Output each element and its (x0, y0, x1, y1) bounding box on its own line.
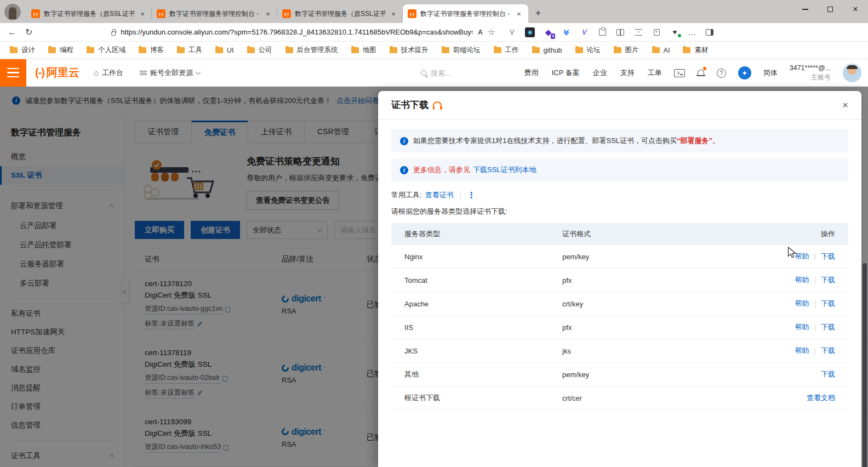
view-doc-link[interactable]: 查看文档 (807, 394, 835, 402)
headset-support-icon[interactable] (433, 101, 442, 107)
notifications-bell-icon[interactable] (697, 69, 705, 77)
extensions-puzzle-icon[interactable] (597, 27, 607, 37)
bookmark-folder[interactable]: 后台管理系统 (285, 45, 338, 55)
help-link[interactable]: 帮助 (795, 276, 809, 284)
refresh-icon[interactable]: ↻ (25, 28, 32, 37)
browser-tab-3[interactable]: (-) 数字证书管理服务（原SSL证书） × (277, 4, 403, 23)
tab-close-icon[interactable]: × (264, 9, 272, 18)
new-tab-button[interactable]: + (530, 5, 546, 21)
hamburger-menu-button[interactable] (0, 59, 26, 87)
vue-devtools-icon[interactable]: V (507, 27, 517, 37)
extensions-row: V ◉ ◆8 V ☆ ♥ … (507, 27, 715, 37)
help-link[interactable]: 帮助 (795, 346, 809, 355)
bookmark-folder[interactable]: 工作 (494, 45, 519, 55)
browser-tab-1[interactable]: (-) 数字证书管理服务（原SSL证书） × (26, 4, 152, 23)
header-nav-item[interactable]: ICP 备案 (552, 68, 580, 78)
user-avatar[interactable] (843, 64, 861, 82)
cert-format: pfx (562, 323, 742, 332)
address-bar[interactable]: https://yundun.console.aliyun.com/?spm=5… (111, 27, 495, 37)
bookmark-folder[interactable]: 设计 (10, 45, 35, 55)
server-type: Nginx (404, 253, 562, 261)
bookmark-label: UI (227, 47, 234, 54)
browser-tab-2[interactable]: (-) 数字证书管理服务管理控制台 - S × (152, 4, 277, 23)
bookmark-folder[interactable]: AI (652, 47, 670, 54)
download-link[interactable]: 下载 (821, 370, 835, 378)
close-icon[interactable]: × (842, 99, 848, 111)
help-link[interactable]: 帮助 (795, 323, 809, 331)
notification-dot (703, 67, 706, 70)
download-ssl-doc-link[interactable]: 下载SSL证书到本地 (473, 165, 536, 175)
bookmark-folder[interactable]: 前端论坛 (442, 45, 481, 55)
help-icon[interactable]: ? (717, 69, 726, 78)
bookmark-folder[interactable]: 编程 (48, 45, 73, 55)
back-icon[interactable]: ← (8, 28, 16, 37)
console-search[interactable] (421, 59, 496, 87)
folder-icon (532, 47, 540, 53)
copy-link-icon[interactable] (652, 27, 661, 37)
browser-window: (-) 数字证书管理服务（原SSL证书） × (-) 数字证书管理服务管理控制台… (0, 0, 868, 467)
bookmark-label: 公司 (259, 45, 272, 55)
browser-profile-avatar[interactable] (4, 4, 21, 20)
maximize-button[interactable] (818, 0, 843, 19)
header-nav-item[interactable]: 费用 (524, 68, 539, 78)
minimize-button[interactable] (792, 0, 818, 19)
bookmark-folder[interactable]: 技术提升 (390, 45, 429, 55)
tab-title: 数字证书管理服务（原SSL证书） (44, 9, 134, 19)
help-link[interactable]: 帮助 (795, 299, 809, 307)
bookmark-folder[interactable]: 个人区域 (87, 45, 125, 55)
window-close-button[interactable]: × (843, 0, 868, 19)
favorite-star-icon[interactable]: ☆ (488, 27, 495, 37)
tab-close-icon[interactable]: × (389, 9, 398, 18)
all-resources-dropdown[interactable]: 账号全部资源 (140, 68, 200, 78)
download-link[interactable]: 下载 (821, 276, 835, 284)
download-link[interactable]: 下载 (821, 299, 835, 307)
header-nav: 费用ICP 备案企业支持工单 (524, 68, 662, 78)
collections-icon[interactable]: ☆ (633, 27, 643, 37)
bookmark-label: 工具 (189, 45, 202, 55)
tab-close-icon[interactable]: × (515, 9, 523, 18)
bookmark-folder[interactable]: 地图 (351, 45, 376, 55)
bookmark-folder[interactable]: 论坛 (575, 45, 601, 55)
extension-diamond-icon[interactable]: ◆8 (543, 27, 553, 37)
app-star-icon[interactable]: ✦ (738, 66, 751, 79)
bookmark-label: 编程 (60, 45, 73, 55)
bookmark-folder[interactable]: 博客 (139, 45, 164, 55)
split-screen-icon[interactable] (615, 27, 625, 37)
account-info[interactable]: 3471*****@... 主账号 (790, 64, 831, 82)
download-link[interactable]: 下载 (821, 323, 835, 331)
bookmark-folder[interactable]: 公司 (247, 45, 272, 55)
cert-format: jks (562, 347, 742, 355)
url-text[interactable]: https://yundun.console.aliyun.com/?spm=5… (121, 28, 473, 36)
language-switch[interactable]: 简体 (763, 68, 778, 78)
view-cert-link[interactable]: 查看证书 (425, 190, 454, 200)
react-devtools-icon[interactable]: ◉ (525, 27, 535, 37)
cloudshell-icon[interactable] (674, 69, 685, 77)
header-nav-item[interactable]: 支持 (620, 68, 635, 78)
read-aloud-icon[interactable]: A (478, 29, 483, 36)
lock-icon[interactable] (111, 31, 116, 36)
browser-tab-4-active[interactable]: (-) 数字证书管理服务管理控制台 - S × (403, 4, 528, 23)
download-link[interactable]: 下载 (821, 346, 835, 355)
scrollbar[interactable] (863, 263, 867, 467)
scroll-capture-icon[interactable] (561, 27, 571, 37)
workbench-link[interactable]: ⌂ 工作台 (94, 68, 123, 78)
sidebar-toggle-icon[interactable] (705, 27, 715, 37)
vuetify-icon[interactable]: V (579, 27, 589, 37)
settings-more-icon[interactable]: … (688, 27, 696, 37)
search-input[interactable] (431, 69, 496, 77)
header-nav-item[interactable]: 企业 (593, 68, 607, 78)
more-tools-icon[interactable]: ⋮ (467, 190, 476, 200)
download-row-nginx: Nginx pem/key 帮助|下载 (391, 245, 848, 269)
bookmark-folder[interactable]: 素材 (683, 45, 708, 55)
bookmark-folder[interactable]: 工具 (177, 45, 202, 55)
header-nav-item[interactable]: 工单 (648, 68, 662, 78)
tab-close-icon[interactable]: × (138, 9, 147, 18)
download-link[interactable]: 下载 (821, 252, 835, 260)
cert-format: pem/key (562, 371, 742, 379)
bookmark-folder[interactable]: 图片 (614, 45, 639, 55)
browser-essentials-icon[interactable]: ♥ (670, 27, 679, 37)
bookmark-folder[interactable]: UI (215, 47, 234, 54)
bookmark-folder[interactable]: github (532, 47, 562, 54)
aliyun-logo[interactable]: (-) 阿里云 (35, 65, 79, 80)
deploy-service-link[interactable]: “部署服务” (677, 136, 712, 145)
